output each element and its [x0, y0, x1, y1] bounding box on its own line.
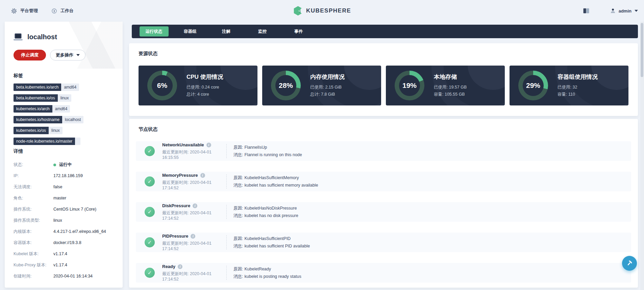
label-key: beta.kubernetes.io/arch: [14, 83, 61, 91]
header-nav: 平台管理 工作台: [11, 8, 74, 14]
condition-row-network-unavailable: ✓ NetworkUnavailable 最近更新时间: 2020-04-01 …: [136, 141, 631, 161]
check-circle-icon: ✓: [145, 207, 155, 217]
condition-reason: KubeletHasSufficientMemory: [244, 175, 299, 180]
detail-value: master: [53, 196, 66, 201]
detail-value: 4.4.217-1.el7.elrepo.x86_64: [53, 229, 106, 234]
gauge-percent: 19%: [402, 81, 417, 90]
scrollbar-thumb[interactable]: [641, 23, 643, 77]
detail-value: false: [53, 185, 62, 190]
condition-message: kubelet has sufficient PID available: [244, 244, 310, 248]
detail-value: 2020-04-01 16:14:34: [53, 274, 93, 279]
card-used: 已使用: 0.24 core: [187, 84, 223, 91]
nav-workbench[interactable]: 工作台: [51, 8, 74, 14]
condition-row-pid-pressure: ✓ PIDPressure 最近更新时间: 2020-04-01 17:14:5…: [136, 233, 631, 252]
detail-row-created: 创建时间: 2020-04-01 16:14:34: [14, 271, 114, 282]
tab-pods[interactable]: 容器组: [172, 29, 208, 34]
workbench-icon: [51, 8, 57, 14]
tab-events[interactable]: 事件: [280, 29, 317, 34]
more-actions-button[interactable]: 更多操作: [50, 50, 85, 61]
gear-icon: [11, 8, 17, 14]
check-circle-icon: ✓: [145, 237, 155, 247]
vertical-scrollbar[interactable]: [640, 22, 644, 290]
condition-message: kubelet has no disk pressure: [244, 213, 298, 218]
detail-label: Kubelet 版本:: [14, 251, 53, 257]
label-value: linux: [58, 94, 72, 102]
condition-name: MemoryPressure: [162, 173, 198, 178]
memory-usage-gauge: 28%: [271, 71, 301, 100]
pods-usage-gauge: 29%: [518, 71, 548, 100]
kubesphere-logo[interactable]: KUBESPHERE: [293, 6, 351, 16]
detail-label: 无法调度:: [14, 185, 53, 190]
detail-row-kubelet: Kubelet 版本: v1.17.4: [14, 248, 114, 260]
detail-row-ip: IP: 172.18.186.159: [14, 170, 114, 182]
detail-label: 角色:: [14, 196, 53, 201]
detail-value: 运行中: [53, 162, 72, 167]
node-title: localhost: [27, 33, 57, 41]
card-total: 总计: 7.8 GiB: [310, 91, 345, 98]
tab-monitoring[interactable]: 监控: [244, 29, 280, 34]
info-icon[interactable]: [178, 264, 182, 269]
detail-row-os: 操作系统: CentOS Linux 7 (Core): [14, 204, 114, 215]
condition-name: DiskPressure: [162, 203, 190, 208]
node-status-heading: 节点状态: [129, 119, 638, 132]
info-icon[interactable]: [200, 173, 205, 178]
detail-label: 容器版本:: [14, 240, 53, 245]
condition-row-memory-pressure: ✓ MemoryPressure 最近更新时间: 2020-04-01 17:1…: [136, 172, 631, 191]
label-value: amd64: [61, 83, 79, 91]
kubesphere-logo-icon: [293, 6, 303, 16]
node-label: beta.kubernetes.io/os linux: [14, 94, 71, 102]
detail-row-role: 角色: master: [14, 193, 114, 204]
toolbox-fab-button[interactable]: [622, 256, 637, 271]
card-total: 容量: 105.55 GB: [434, 91, 467, 98]
detail-row-kernel: 内核版本: 4.4.217-1.el7.elrepo.x86_64: [14, 226, 114, 237]
stop-scheduling-button[interactable]: 停止调度: [14, 50, 46, 61]
detail-row-container-runtime: 容器版本: docker://19.3.8: [14, 237, 114, 248]
details-section: 详情 状态: 运行中 IP: 172.18.186.159 无法调度: fals…: [5, 148, 123, 282]
user-menu[interactable]: admin: [610, 8, 638, 14]
gauge-percent: 28%: [279, 81, 293, 90]
condition-reason: KubeletReady: [244, 267, 271, 271]
resource-card-local-storage: 19% 本地存储 已使用: 19.57 GB 容量: 105.55 GB: [386, 66, 505, 105]
detail-row-os-type: 操作系统类型: linux: [14, 215, 114, 226]
nav-platform-management[interactable]: 平台管理: [11, 8, 38, 14]
info-icon[interactable]: [191, 234, 195, 239]
global-header: 平台管理 工作台 KUBESPHERE: [0, 0, 644, 22]
resource-card-memory: 28% 内存使用情况 已使用: 2.15 GiB 总计: 7.8 GiB: [262, 66, 381, 105]
username-label: admin: [619, 8, 631, 14]
detail-row-unschedulable: 无法调度: false: [14, 182, 114, 193]
gauge-percent: 29%: [526, 81, 540, 90]
detail-label: 操作系统类型:: [14, 218, 53, 223]
kubesphere-node-detail-page: 平台管理 工作台 KUBESPHERE: [0, 0, 644, 290]
detail-label: 操作系统:: [14, 207, 53, 212]
card-used: 已使用: 19.57 GB: [434, 84, 467, 91]
chevron-down-icon: [76, 54, 80, 56]
card-title: 容器组使用情况: [558, 73, 598, 81]
detail-value: CentOS Linux 7 (Core): [53, 207, 96, 212]
hammer-icon: [626, 260, 633, 267]
resource-card-cpu: 6% CPU 使用情况 已使用: 0.24 core 总计: 4 core: [139, 66, 257, 105]
label-value: localhost: [62, 116, 83, 123]
condition-name: PIDPressure: [162, 234, 188, 239]
info-icon[interactable]: [206, 143, 211, 147]
card-title: 本地存储: [434, 73, 467, 81]
node-label: node-role.kubernetes.io/master: [14, 138, 80, 145]
card-used: 已使用: 32: [558, 84, 598, 91]
condition-reason: FlannelIsUp: [244, 145, 267, 150]
label-value: linux: [49, 127, 63, 134]
labels-heading: 标签: [14, 73, 114, 79]
condition-row-ready: ✓ Ready 最近更新时间: 2020-04-01 17:14:52 原因:K…: [136, 263, 631, 283]
tab-annotations[interactable]: 注解: [208, 29, 244, 34]
chevron-down-icon: [635, 10, 638, 12]
detail-row-kube-proxy: Kube-Proxy 版本: v1.17.4: [14, 260, 114, 271]
card-total: 总计: 4 core: [187, 91, 223, 98]
card-total: 容量: 110: [558, 91, 598, 98]
detail-label: 创建时间:: [14, 274, 53, 279]
labels-section: 标签 beta.kubernetes.io/arch amd64 beta.ku…: [5, 73, 123, 145]
tab-running-status[interactable]: 运行状态: [140, 26, 169, 37]
condition-row-disk-pressure: ✓ DiskPressure 最近更新时间: 2020-04-01 17:14:…: [136, 202, 631, 222]
node-label: kubernetes.io/arch amd64: [14, 105, 70, 113]
documentation-book-icon[interactable]: [583, 8, 589, 14]
condition-message: kubelet is posting ready status: [244, 274, 301, 279]
info-icon[interactable]: [193, 203, 197, 208]
detail-value: docker://19.3.8: [53, 240, 81, 245]
